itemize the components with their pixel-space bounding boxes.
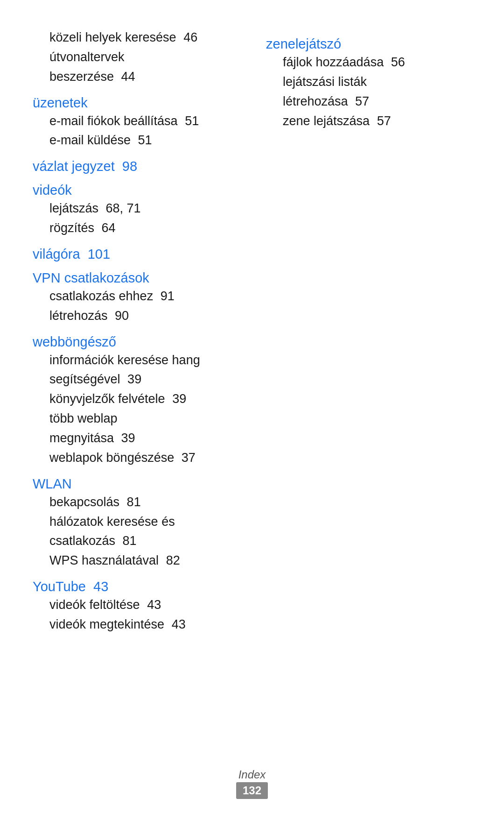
index-heading: YouTube 43 <box>33 579 238 594</box>
footer-page-number: 132 <box>236 782 268 799</box>
index-item: bekapcsolás 81 <box>33 493 238 512</box>
index-item: videók megtekintése 43 <box>33 615 238 635</box>
left-column: közeli helyek keresése 46 útvonaltervekb… <box>33 28 257 639</box>
section-vpn: VPN csatlakozások csatlakozás ehhez 91 l… <box>33 270 238 326</box>
index-item: csatlakozás ehhez 91 <box>33 287 238 306</box>
index-item: WPS használatával 82 <box>33 551 238 571</box>
index-item: több weblapmegnyitása 39 <box>33 409 238 448</box>
index-heading: zenelejátszó <box>266 36 471 52</box>
index-heading: videók <box>33 183 238 198</box>
index-heading: vázlat jegyzet 98 <box>33 159 238 174</box>
index-item: lejátszás 68, 71 <box>33 199 238 219</box>
index-heading: WLAN <box>33 476 238 492</box>
section-vazlat: vázlat jegyzet 98 <box>33 159 238 174</box>
footer-label: Index <box>238 768 266 781</box>
index-heading: világóra 101 <box>33 247 238 262</box>
index-item: információk keresése hangsegítségével 39 <box>33 351 238 390</box>
section-youtube: YouTube 43 videók feltöltése 43 videók m… <box>33 579 238 635</box>
index-item: létrehozás 90 <box>33 306 238 326</box>
index-item: útvonaltervekbeszerzése 44 <box>33 48 238 87</box>
section-uzenetek: üzenetek e-mail fiókok beállítása 51 e-m… <box>33 95 238 151</box>
index-heading: webböngésző <box>33 334 238 350</box>
index-item: közeli helyek keresése 46 <box>33 28 238 48</box>
right-column: zenelejátszó fájlok hozzáadása 56 lejáts… <box>257 28 471 639</box>
index-heading: VPN csatlakozások <box>33 270 238 286</box>
index-item: zene lejátszása 57 <box>266 112 471 131</box>
section-zenelejatszo: zenelejátszó fájlok hozzáadása 56 lejáts… <box>266 36 471 131</box>
index-item: e-mail fiókok beállítása 51 <box>33 112 238 131</box>
section-wlan: WLAN bekapcsolás 81 hálózatok keresése é… <box>33 476 238 571</box>
index-item: lejátszási listáklétrehozása 57 <box>266 72 471 112</box>
section-videok: videók lejátszás 68, 71 rögzítés 64 <box>33 183 238 238</box>
index-item: hálózatok keresése éscsatlakozás 81 <box>33 512 238 551</box>
index-item: videók feltöltése 43 <box>33 595 238 615</box>
index-heading: üzenetek <box>33 95 238 111</box>
index-item: weblapok böngészése 37 <box>33 448 238 468</box>
section-vilagora: világóra 101 <box>33 247 238 262</box>
index-item: fájlok hozzáadása 56 <box>266 53 471 72</box>
index-item: rögzítés 64 <box>33 219 238 238</box>
index-item: könyvjelzők felvétele 39 <box>33 389 238 409</box>
index-item: e-mail küldése 51 <box>33 131 238 150</box>
page-footer: Index 132 <box>0 768 504 799</box>
section-kozeli: közeli helyek keresése 46 útvonaltervekb… <box>33 28 238 87</box>
section-webböngésző: webböngésző információk keresése hangseg… <box>33 334 238 468</box>
